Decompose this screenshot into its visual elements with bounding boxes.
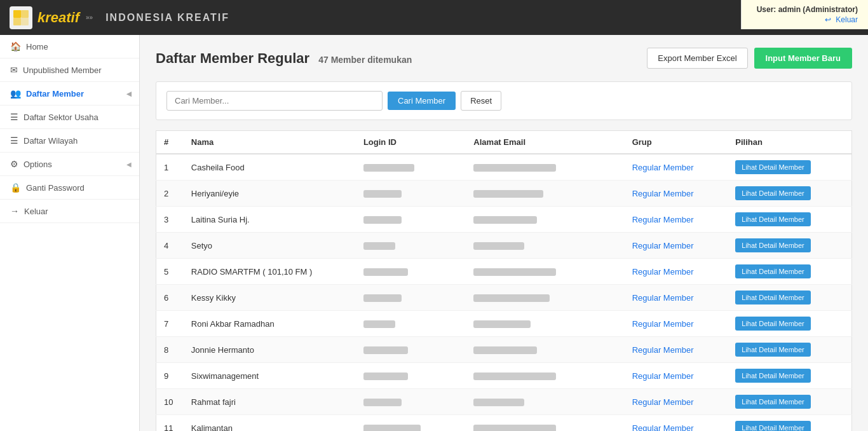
table-row: 9 Sixwimanagement Regular Member Lihat D…: [156, 363, 852, 389]
group-link[interactable]: Regular Member: [632, 163, 694, 172]
table-row: 1 Casheila Food Regular Member Lihat Det…: [156, 154, 852, 181]
email-blurred: [473, 320, 531, 328]
cell-num: 4: [156, 233, 184, 259]
group-link[interactable]: Regular Member: [632, 189, 694, 198]
detail-button[interactable]: Lihat Detail Member: [735, 291, 810, 304]
detail-button[interactable]: Lihat Detail Member: [735, 421, 810, 431]
cell-login: [356, 363, 466, 389]
email-blurred: [473, 346, 537, 354]
cell-group: Regular Member: [625, 285, 728, 311]
email-blurred: [473, 190, 543, 198]
email-blurred: [473, 294, 550, 302]
detail-button[interactable]: Lihat Detail Member: [735, 395, 810, 409]
keluar-icon: →: [10, 206, 19, 216]
cell-login: [356, 181, 466, 207]
table-row: 2 Heriyani/eyie Regular Member Lihat Det…: [156, 181, 852, 207]
logout-icon: ↩: [825, 15, 831, 24]
group-link[interactable]: Regular Member: [632, 241, 694, 250]
cell-num: 11: [156, 415, 184, 432]
cell-num: 1: [156, 154, 184, 181]
detail-button[interactable]: Lihat Detail Member: [735, 160, 810, 174]
home-icon: 🏠: [10, 41, 21, 51]
detail-button[interactable]: Lihat Detail Member: [735, 212, 810, 226]
login-id-blurred: [363, 164, 414, 172]
cell-email: [466, 415, 624, 432]
table-row: 8 Jonnie Hermanto Regular Member Lihat D…: [156, 337, 852, 363]
login-id-blurred: [363, 294, 402, 302]
main-content: Daftar Member Regular 47 Member ditemuka…: [140, 35, 868, 431]
cell-group: Regular Member: [625, 415, 728, 432]
cell-email: [466, 154, 624, 181]
cell-num: 6: [156, 285, 184, 311]
sidebar-item-home[interactable]: 🏠 Home: [0, 35, 139, 58]
cell-group: Regular Member: [625, 259, 728, 285]
cell-email: [466, 259, 624, 285]
sidebar-item-wilayah[interactable]: ☰ Daftar Wilayah: [0, 129, 139, 153]
cell-login: [356, 337, 466, 363]
cell-name: Kessy Kikky: [184, 285, 356, 311]
cell-email: [466, 363, 624, 389]
email-blurred: [473, 164, 556, 172]
col-header-group: Grup: [625, 131, 728, 154]
sidebar-item-unpublished[interactable]: ✉ Unpublished Member: [0, 58, 139, 82]
login-id-blurred: [363, 242, 395, 250]
search-input[interactable]: [166, 91, 383, 111]
detail-button[interactable]: Lihat Detail Member: [735, 264, 810, 278]
options-chevron-icon: ◀: [126, 161, 132, 168]
detail-button[interactable]: Lihat Detail Member: [735, 238, 810, 252]
options-icon: ⚙: [10, 159, 18, 169]
cell-num: 9: [156, 363, 184, 389]
svg-rect-0: [13, 10, 21, 18]
group-link[interactable]: Regular Member: [632, 319, 694, 329]
export-button[interactable]: Export Member Excel: [647, 48, 747, 69]
sidebar-label-wilayah: Daftar Wilayah: [24, 136, 78, 146]
email-blurred: [473, 399, 524, 406]
login-id-blurred: [363, 320, 395, 328]
logout-link[interactable]: ↩ Keluar: [752, 15, 858, 24]
group-link[interactable]: Regular Member: [632, 267, 694, 277]
sidebar-label-unpublished: Unpublished Member: [23, 65, 102, 75]
sidebar-item-keluar[interactable]: → Keluar: [0, 200, 139, 223]
sidebar-label-keluar: Keluar: [24, 207, 48, 216]
detail-button[interactable]: Lihat Detail Member: [735, 343, 810, 357]
cell-login: [356, 285, 466, 311]
cell-num: 10: [156, 389, 184, 415]
logout-label: Keluar: [836, 15, 858, 24]
search-button[interactable]: Cari Member: [388, 92, 456, 110]
col-header-name: Nama: [184, 131, 356, 154]
sidebar-item-options[interactable]: ⚙ Options ◀: [0, 153, 139, 176]
input-member-button[interactable]: Input Member Baru: [754, 48, 852, 69]
site-title: INDONESIA KREATIF: [105, 12, 229, 24]
login-id-blurred: [363, 216, 402, 224]
login-id-blurred: [363, 399, 402, 406]
detail-button[interactable]: Lihat Detail Member: [735, 317, 810, 331]
group-link[interactable]: Regular Member: [632, 423, 694, 432]
login-id-blurred: [363, 373, 408, 380]
cell-action: Lihat Detail Member: [728, 181, 851, 207]
detail-button[interactable]: Lihat Detail Member: [735, 186, 810, 200]
cell-name: Laitina Suria Hj.: [184, 207, 356, 233]
sidebar-item-password[interactable]: 🔒 Ganti Password: [0, 176, 139, 200]
table-row: 10 Rahmat fajri Regular Member Lihat Det…: [156, 389, 852, 415]
group-link[interactable]: Regular Member: [632, 345, 694, 355]
login-id-blurred: [363, 425, 421, 431]
group-link[interactable]: Regular Member: [632, 397, 694, 407]
group-link[interactable]: Regular Member: [632, 215, 694, 224]
cell-action: Lihat Detail Member: [728, 259, 851, 285]
cell-name: Sixwimanagement: [184, 363, 356, 389]
reset-button[interactable]: Reset: [461, 91, 501, 111]
wilayah-icon: ☰: [10, 135, 18, 146]
group-link[interactable]: Regular Member: [632, 371, 694, 381]
svg-rect-2: [13, 18, 21, 25]
col-header-email: Alamat Email: [466, 131, 624, 154]
detail-button[interactable]: Lihat Detail Member: [735, 369, 810, 383]
cell-group: Regular Member: [625, 207, 728, 233]
table-row: 11 Kalimantan Regular Member Lihat Detai…: [156, 415, 852, 432]
cell-action: Lihat Detail Member: [728, 337, 851, 363]
sidebar-item-daftar-member[interactable]: 👥 Daftar Member ◀: [0, 82, 139, 106]
cell-group: Regular Member: [625, 154, 728, 181]
sidebar-item-sektor[interactable]: ☰ Daftar Sektor Usaha: [0, 106, 139, 129]
cell-num: 2: [156, 181, 184, 207]
cell-name: Jonnie Hermanto: [184, 337, 356, 363]
group-link[interactable]: Regular Member: [632, 293, 694, 303]
